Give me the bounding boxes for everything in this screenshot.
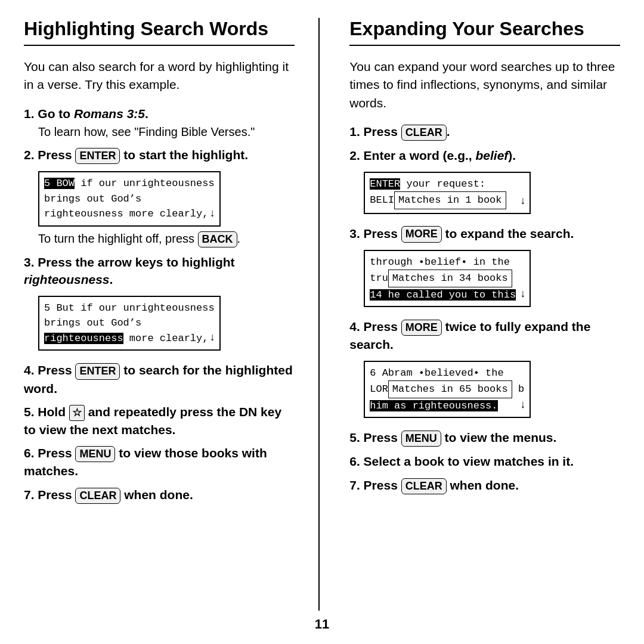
left-divider xyxy=(24,45,295,46)
left-step-7-label: 7. Press CLEAR when done. xyxy=(24,486,295,504)
right-step-7-label: 7. Press CLEAR when done. xyxy=(349,476,620,494)
left-step-5: 5. Hold ☆ and repeatedly press the DN ke… xyxy=(24,403,295,438)
clear-key: CLEAR xyxy=(75,488,120,504)
right-step-5-label: 5. Press MENU to view the menus. xyxy=(349,429,620,447)
right-step-2-label: 2. Enter a word (e.g., belief). xyxy=(349,147,620,164)
right-screen-3: 6 Abram •believed• the LORMatches in 65 … xyxy=(364,361,531,419)
screen-1-note: To turn the highlight off, press BACK. xyxy=(38,231,295,247)
back-key: BACK xyxy=(198,231,237,247)
right-step-3-label: 3. Press MORE to expand the search. xyxy=(349,225,620,243)
left-step-4: 4. Press ENTER to search for the highlig… xyxy=(24,361,295,397)
enter-key: ENTER xyxy=(75,148,120,164)
right-step-4-label: 4. Press MORE twice to fully expand the … xyxy=(349,318,620,354)
left-step-7: 7. Press CLEAR when done. xyxy=(24,486,295,504)
right-step-6: 6. Select a book to view matches in it. xyxy=(349,453,620,470)
page-number: 11 xyxy=(24,611,620,632)
clear-key-r1: CLEAR xyxy=(401,125,447,141)
enter-key-2: ENTER xyxy=(75,363,120,379)
left-step-6: 6. Press MENU to view those books with m… xyxy=(24,444,295,480)
left-step-2-label: 2. Press ENTER to start the highlight. xyxy=(24,146,295,164)
star-key: ☆ xyxy=(69,405,85,421)
left-step-3-label: 3. Press the arrow keys to highlight rig… xyxy=(24,253,295,289)
left-step-1-label: 1. Go to Romans 3:5. xyxy=(24,105,295,122)
left-step-1: 1. Go to Romans 3:5. To learn how, see "… xyxy=(24,105,295,140)
screen-1: 5 BOW if our unrighteousness brings out … xyxy=(38,171,221,227)
right-screen-2: through •belief• in the truMatches in 34… xyxy=(364,250,531,308)
left-step-5-label: 5. Hold ☆ and repeatedly press the DN ke… xyxy=(24,403,295,438)
column-divider xyxy=(318,18,320,611)
right-step-6-label: 6. Select a book to view matches in it. xyxy=(349,453,620,470)
clear-key-r7: CLEAR xyxy=(401,478,447,494)
left-step-3: 3. Press the arrow keys to highlight rig… xyxy=(24,253,295,355)
left-step-6-label: 6. Press MENU to view those books with m… xyxy=(24,444,295,480)
left-step-2: 2. Press ENTER to start the highlight. 5… xyxy=(24,146,295,247)
right-step-1-label: 1. Press CLEAR. xyxy=(349,123,620,141)
right-screen-1: ENTER your request: BELIMatches in 1 boo… xyxy=(364,172,531,214)
right-step-2: 2. Enter a word (e.g., belief). ENTER yo… xyxy=(349,147,620,218)
right-step-3: 3. Press MORE to expand the search. thro… xyxy=(349,225,620,312)
right-divider xyxy=(349,45,620,46)
screen-2: 5 But if our unrighteousness brings out … xyxy=(38,296,221,351)
menu-key-r5: MENU xyxy=(401,431,441,447)
right-step-4: 4. Press MORE twice to fully expand the … xyxy=(349,318,620,423)
menu-key: MENU xyxy=(75,446,115,462)
left-column: Highlighting Search Words You can also s… xyxy=(24,18,312,611)
more-key-r4: MORE xyxy=(401,320,442,336)
right-intro: You can expand your word searches up to … xyxy=(349,58,620,112)
right-step-1: 1. Press CLEAR. xyxy=(349,123,620,141)
left-step-4-label: 4. Press ENTER to search for the highlig… xyxy=(24,361,295,397)
right-title: Expanding Your Searches xyxy=(349,18,620,40)
left-intro: You can also search for a word by highli… xyxy=(24,58,295,94)
left-title: Highlighting Search Words xyxy=(24,18,295,40)
more-key-r3: MORE xyxy=(401,226,442,242)
right-step-7: 7. Press CLEAR when done. xyxy=(349,476,620,494)
left-step-1-sub: To learn how, see "Finding Bible Verses.… xyxy=(38,123,295,140)
page: Highlighting Search Words You can also s… xyxy=(0,0,644,644)
right-step-5: 5. Press MENU to view the menus. xyxy=(349,429,620,447)
right-column: Expanding Your Searches You can expand y… xyxy=(326,18,620,611)
